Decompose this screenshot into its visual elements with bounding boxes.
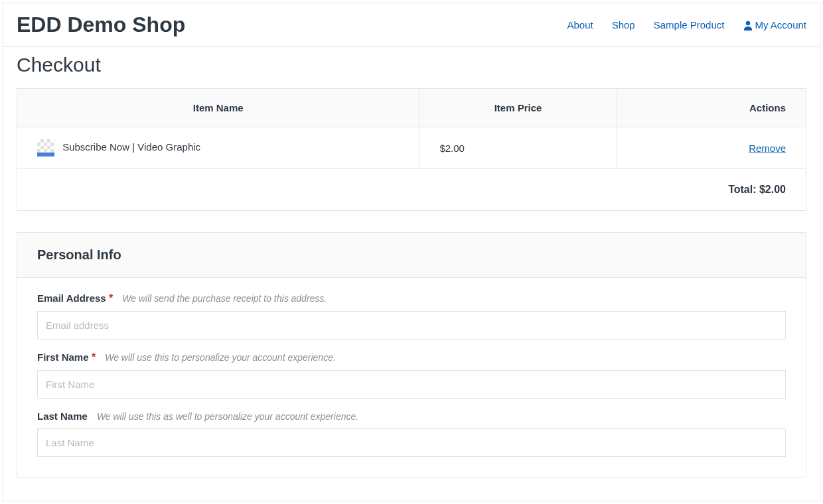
- field-email: Email Address * We will send the purchas…: [37, 292, 786, 340]
- email-required-marker: *: [109, 292, 113, 304]
- first-name-required-marker: *: [92, 351, 96, 363]
- primary-nav: About Shop Sample Product My Account: [567, 19, 806, 31]
- nav-sample-product[interactable]: Sample Product: [654, 19, 725, 31]
- cart-table: Item Name Item Price Actions Subscribe N…: [17, 88, 806, 211]
- field-last-name: Last Name We will use this as well to pe…: [37, 410, 786, 457]
- remove-button[interactable]: Remove: [749, 143, 786, 154]
- cart-total-row: Total: $2.00: [17, 169, 806, 211]
- cart-col-actions: Actions: [617, 89, 806, 127]
- nav-shop[interactable]: Shop: [612, 19, 635, 31]
- personal-info-heading: Personal Info: [37, 247, 786, 263]
- first-name-input[interactable]: [37, 370, 786, 399]
- last-name-input[interactable]: [37, 428, 786, 457]
- product-thumbnail: [37, 139, 54, 157]
- nav-about[interactable]: About: [567, 19, 593, 31]
- personal-info-panel: Personal Info Email Address * We will se…: [17, 232, 806, 477]
- cart-row: Subscribe Now | Video Graphic $2.00 Remo…: [17, 127, 806, 169]
- site-header: EDD Demo Shop About Shop Sample Product …: [3, 3, 820, 47]
- first-name-hint: We will use this to personalize your acc…: [105, 352, 336, 363]
- site-title: EDD Demo Shop: [17, 13, 185, 37]
- last-name-label: Last Name: [37, 410, 88, 422]
- nav-my-account-label: My Account: [755, 19, 806, 31]
- email-input[interactable]: [37, 311, 786, 340]
- email-hint: We will send the purchase receipt to thi…: [122, 293, 327, 304]
- cart-item-price: $2.00: [419, 127, 617, 169]
- field-first-name: First Name * We will use this to persona…: [37, 351, 786, 399]
- first-name-label: First Name: [37, 351, 89, 363]
- cart-col-price: Item Price: [419, 89, 617, 127]
- svg-point-0: [746, 21, 750, 25]
- cart-item-name: Subscribe Now | Video Graphic: [62, 141, 200, 153]
- person-icon: [743, 20, 753, 31]
- cart-total-value: $2.00: [759, 184, 786, 195]
- cart-col-name: Item Name: [17, 89, 419, 127]
- last-name-hint: We will use this as well to personalize …: [97, 411, 358, 422]
- nav-my-account[interactable]: My Account: [743, 19, 806, 31]
- page-title: Checkout: [3, 47, 820, 88]
- email-label: Email Address: [37, 292, 106, 304]
- cart-total-label: Total:: [728, 184, 759, 195]
- personal-info-header: Personal Info: [17, 233, 806, 278]
